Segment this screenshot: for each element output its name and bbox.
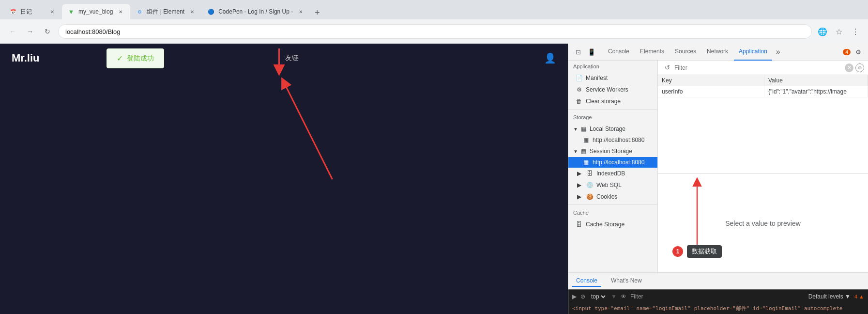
site-logo: Mr.liu	[12, 52, 39, 64]
console-bar: Console What's New	[568, 272, 868, 289]
tab-element[interactable]: ⚙ 组件 | Element ✕	[130, 4, 202, 19]
tab-blog-close[interactable]: ✕	[117, 8, 124, 16]
sidebar-group-session-storage: ▼ ▦ Session Storage ▦ http://localhost:8…	[568, 145, 657, 168]
address-input[interactable]: localhost:8080/Blog	[58, 24, 812, 39]
tab-diary-close[interactable]: ✕	[48, 8, 56, 16]
cookies-icon: 🍪	[586, 193, 594, 201]
sidebar-item-cache-storage[interactable]: 🗄 Cache Storage	[568, 219, 657, 230]
annotation-label: 数据获取	[687, 245, 722, 258]
devtools-content: Application 📄 Manifest ⚙ Service Workers…	[568, 61, 868, 314]
success-toast: ✓ 登陆成功	[107, 48, 164, 68]
sidebar-divider-1	[568, 109, 657, 110]
refresh-storage-icon[interactable]: ↺	[662, 63, 672, 73]
sidebar-sub-session-localhost[interactable]: ▦ http://localhost:8080	[568, 157, 657, 168]
nav-link-youllian[interactable]: 友链	[285, 54, 299, 63]
manifest-icon: 📄	[575, 74, 583, 82]
tab-element-title: 组件 | Element	[147, 8, 184, 16]
local-localhost-icon: ▦	[582, 136, 590, 144]
filter-input[interactable]	[674, 64, 843, 71]
red-arrow-overlay	[0, 44, 568, 314]
more-tabs-button[interactable]: »	[773, 46, 783, 58]
tab-element-close[interactable]: ✕	[188, 8, 196, 16]
tab-network[interactable]: Network	[702, 44, 733, 61]
settings-icon[interactable]: ⋮	[849, 25, 862, 38]
user-avatar-icon: 👤	[544, 52, 556, 64]
tab-diary-favicon: 📅	[10, 8, 16, 15]
devtools-toolbar: ⊡ 📱 Console Elements Sources Network App…	[568, 44, 868, 61]
table-row[interactable]: userInfo {"id":"1","avatar":"https://ima…	[658, 86, 868, 97]
tab-console[interactable]: Console	[603, 44, 634, 61]
table-cell-key: userInfo	[658, 86, 764, 97]
sidebar-item-clear-storage[interactable]: 🗑 Clear storage	[568, 95, 657, 107]
tab-blog[interactable]: ▼ my_vue_blog ✕	[62, 4, 130, 19]
device-toolbar-icon[interactable]: 📱	[586, 46, 597, 58]
sidebar-item-cookies-label: Cookies	[596, 193, 617, 200]
cache-storage-icon: 🗄	[575, 220, 583, 228]
forward-button[interactable]: →	[23, 25, 37, 38]
tab-application[interactable]: Application	[734, 44, 772, 61]
sidebar-item-manifest[interactable]: 📄 Manifest	[568, 72, 657, 84]
websql-icon: 💿	[586, 181, 594, 189]
sidebar-item-indexeddb[interactable]: ▶ 🗄 IndexedDB	[568, 168, 657, 179]
new-tab-button[interactable]: +	[310, 6, 324, 19]
col-key: Key	[658, 75, 764, 86]
svg-line-3	[284, 82, 333, 179]
no-storage-icon[interactable]: ⊘	[855, 63, 864, 72]
warning-badge: 4	[843, 49, 851, 55]
bookmark-icon[interactable]: ☆	[832, 25, 846, 38]
session-localhost-label: http://localhost:8080	[593, 159, 644, 166]
console-levels-select[interactable]: Default levels ▼	[808, 293, 851, 300]
tab-codepen-close[interactable]: ✕	[297, 8, 305, 16]
indexeddb-icon: 🗄	[586, 170, 594, 177]
console-tab-whatsnew[interactable]: What's New	[607, 275, 646, 287]
table-header: Key Value	[658, 75, 868, 86]
tab-codepen[interactable]: 🔵 CodePen - Log In / Sign Up - ✕	[202, 4, 310, 19]
address-text: localhost:8080/Blog	[65, 28, 120, 35]
toast-text: 登陆成功	[127, 54, 154, 63]
tab-element-favicon: ⚙	[136, 8, 143, 15]
address-bar: ← → ↻ localhost:8080/Blog 🌐 ☆ ⋮	[0, 19, 868, 44]
sidebar-item-websql[interactable]: ▶ 💿 Web SQL	[568, 179, 657, 191]
console-context-select[interactable]: top	[589, 293, 607, 300]
websql-arrow-icon: ▶	[575, 181, 583, 189]
sidebar-sub-local-localhost[interactable]: ▦ http://localhost:8080	[568, 135, 657, 145]
filter-clear-icon[interactable]: ✕	[845, 63, 853, 72]
sidebar-item-cookies[interactable]: ▶ 🍪 Cookies	[568, 191, 657, 203]
devtools-settings-icon[interactable]: ⚙	[853, 46, 864, 58]
app-main-panel: ↺ ✕ ⊘ Key Value userInfo {"id":"1"	[658, 61, 868, 272]
webpage: Mr.liu 友链 👤 ✓ 登陆成功	[0, 44, 568, 314]
sidebar-item-service-workers-label: Service Workers	[586, 86, 628, 93]
console-tab-console[interactable]: Console	[572, 275, 601, 287]
sidebar-item-indexeddb-label: IndexedDB	[596, 170, 625, 177]
console-filter-label[interactable]: Filter	[630, 293, 805, 300]
tab-diary[interactable]: 📅 日记 ✕	[4, 4, 62, 19]
annotation-badge: 1	[672, 246, 683, 257]
tab-blog-favicon: ▼	[68, 8, 75, 15]
sidebar-section-storage: Storage	[568, 111, 657, 123]
success-check-icon: ✓	[117, 54, 123, 63]
sidebar-item-service-workers[interactable]: ⚙ Service Workers	[568, 84, 657, 95]
devtools-top: Application 📄 Manifest ⚙ Service Workers…	[568, 61, 868, 272]
back-button[interactable]: ←	[6, 25, 19, 38]
sidebar-group-local-storage: ▼ ▦ Local Storage ▦ http://localhost:808…	[568, 123, 657, 145]
preview-area: Select a value to preview	[658, 173, 868, 272]
console-dropdown-arrow[interactable]: ▼	[611, 293, 617, 300]
sidebar-group-local-storage-header[interactable]: ▼ ▦ Local Storage	[568, 123, 657, 135]
sidebar-group-session-storage-header[interactable]: ▼ ▦ Session Storage	[568, 145, 657, 157]
sidebar-section-application: Application	[568, 61, 657, 72]
tab-elements[interactable]: Elements	[635, 44, 669, 61]
translate-icon[interactable]: 🌐	[816, 25, 829, 38]
local-storage-label: Local Storage	[590, 126, 625, 132]
session-storage-arrow-icon: ▼	[573, 149, 578, 154]
sidebar-item-manifest-label: Manifest	[586, 75, 608, 81]
sidebar-section-cache: Cache	[568, 207, 657, 219]
inspect-element-icon[interactable]: ⊡	[572, 46, 584, 58]
eye-icon[interactable]: 👁	[621, 293, 626, 300]
refresh-button[interactable]: ↻	[41, 25, 54, 38]
indexeddb-arrow-icon: ▶	[575, 170, 583, 177]
app-sidebar: Application 📄 Manifest ⚙ Service Workers…	[568, 61, 658, 272]
col-value: Value	[764, 75, 868, 86]
filter-bar: ↺ ✕ ⊘	[658, 61, 868, 75]
tab-sources[interactable]: Sources	[670, 44, 701, 61]
local-storage-arrow-icon: ▼	[573, 126, 578, 132]
